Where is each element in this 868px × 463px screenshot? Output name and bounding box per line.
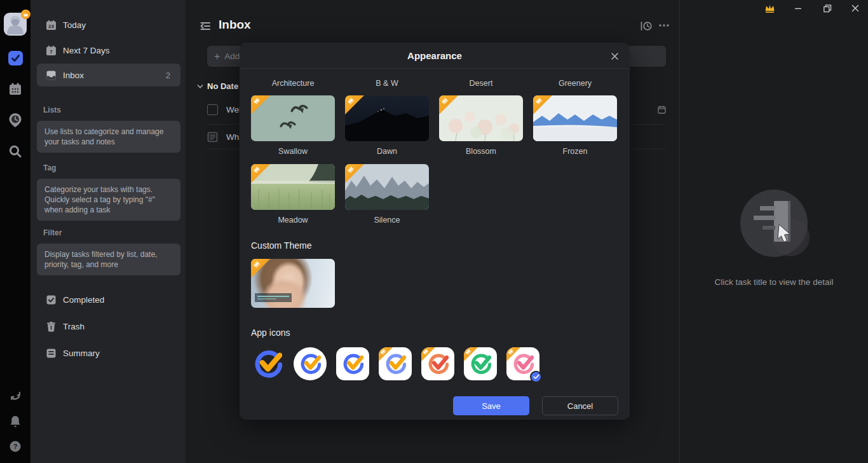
note-icon xyxy=(207,132,218,142)
tag-hint[interactable]: Categorize your tasks with tags. Quickly… xyxy=(37,179,180,221)
plus-icon: + xyxy=(214,52,220,62)
sidebar-item-label: Inbox xyxy=(63,71,84,80)
theme-name: Greenery xyxy=(533,79,617,88)
sort-icon[interactable] xyxy=(639,20,653,32)
dialog-body: Architecture B & W Desert Greenery Swall… xyxy=(240,79,630,415)
detail-hint-text: Click task title to view the detail xyxy=(680,277,868,287)
custom-theme-caption xyxy=(255,293,292,302)
chevron-down-icon xyxy=(197,84,203,89)
list-header: Inbox xyxy=(186,0,679,39)
app-icon-orange-premium[interactable] xyxy=(421,347,454,380)
inbox-icon xyxy=(46,70,57,81)
dialog-footer: Save Cancel xyxy=(251,396,618,415)
theme-thumbnail-dawn[interactable] xyxy=(345,95,429,141)
more-options-icon[interactable] xyxy=(658,21,670,30)
theme-name: B & W xyxy=(345,79,429,88)
sidebar-item-label: Completed xyxy=(63,295,104,305)
theme-name: Dawn xyxy=(345,147,429,156)
filter-hint[interactable]: Display tasks filtered by list, date, pr… xyxy=(37,244,180,275)
sidebar: 23 Today 7 Next 7 Days Inbox 2 Lists Use… xyxy=(31,0,186,463)
inbox-count-badge: 2 xyxy=(166,71,180,80)
premium-crown-badge xyxy=(251,259,270,278)
theme-dawn[interactable]: Dawn xyxy=(345,95,429,156)
svg-text:7: 7 xyxy=(50,49,53,55)
maximize-restore-button[interactable] xyxy=(821,2,834,15)
app-icon-pink-premium-selected[interactable] xyxy=(506,347,539,380)
app-icons-row xyxy=(251,346,618,382)
theme-name: Swallow xyxy=(251,147,335,156)
svg-text:?: ? xyxy=(13,443,18,450)
sidebar-item-label: Next 7 Days xyxy=(63,46,110,55)
theme-silence[interactable]: Silence xyxy=(345,164,429,225)
theme-name: Architecture xyxy=(251,79,335,88)
section-label-lists[interactable]: Lists xyxy=(31,106,186,114)
app-icon-white-square[interactable] xyxy=(336,347,369,380)
group-label: No Date xyxy=(207,81,238,91)
left-rail: ? xyxy=(0,0,31,463)
custom-theme-thumbnail[interactable] xyxy=(251,259,335,308)
dialog-header: Appearance xyxy=(240,43,630,69)
section-label-filter[interactable]: Filter xyxy=(31,228,186,237)
custom-theme-label: Custom Theme xyxy=(251,240,618,251)
theme-name: Frozen xyxy=(533,147,617,156)
empty-state-illustration xyxy=(735,186,813,265)
theme-thumbnail-meadow[interactable] xyxy=(251,164,335,210)
collapse-sidebar-icon[interactable] xyxy=(199,20,212,32)
theme-thumbnail-frozen[interactable] xyxy=(533,95,617,141)
theme-labels-partial-row: Architecture B & W Desert Greenery xyxy=(251,79,618,88)
theme-name: Meadow xyxy=(251,216,335,225)
sync-icon[interactable] xyxy=(8,388,23,403)
theme-meadow[interactable]: Meadow xyxy=(251,164,335,225)
lists-hint[interactable]: Use lists to categorize and manage your … xyxy=(37,121,180,153)
theme-thumbnail-swallow[interactable] xyxy=(251,95,335,141)
theme-thumbnail-silence[interactable] xyxy=(345,164,429,210)
theme-name: Desert xyxy=(439,79,523,88)
today-calendar-icon: 23 xyxy=(46,20,57,31)
help-icon[interactable]: ? xyxy=(8,439,23,454)
close-dialog-icon[interactable] xyxy=(608,50,621,62)
theme-name: Blossom xyxy=(439,147,523,156)
premium-crown-icon[interactable] xyxy=(763,2,776,15)
sidebar-item-next7days[interactable]: 7 Next 7 Days xyxy=(31,42,186,59)
trash-icon xyxy=(46,321,57,332)
rail-focus-icon[interactable] xyxy=(8,113,23,128)
theme-swallow[interactable]: Swallow xyxy=(251,95,335,156)
next7days-calendar-icon: 7 xyxy=(46,45,57,56)
theme-frozen[interactable]: Frozen xyxy=(533,95,617,156)
summary-icon xyxy=(46,348,57,359)
section-label-tag[interactable]: Tag xyxy=(31,163,186,172)
rail-calendar-icon[interactable] xyxy=(8,81,23,97)
theme-blossom[interactable]: Blossom xyxy=(439,95,523,156)
close-window-button[interactable] xyxy=(849,2,862,15)
svg-text:23: 23 xyxy=(48,24,54,29)
sidebar-item-today[interactable]: 23 Today xyxy=(31,17,186,33)
app-icon-light-blue-premium[interactable] xyxy=(379,347,412,380)
sidebar-item-trash[interactable]: Trash xyxy=(31,318,186,335)
notification-bell-icon[interactable] xyxy=(8,413,23,429)
sidebar-item-inbox[interactable]: Inbox 2 xyxy=(37,64,180,86)
theme-thumbnail-blossom[interactable] xyxy=(439,95,523,141)
rail-tasks-icon[interactable] xyxy=(8,50,23,66)
sidebar-item-label: Summary xyxy=(63,349,100,358)
rail-search-icon[interactable] xyxy=(8,144,23,159)
sidebar-item-summary[interactable]: Summary xyxy=(31,345,186,361)
minimize-button[interactable] xyxy=(792,2,804,15)
user-avatar[interactable] xyxy=(4,13,27,36)
theme-row: Meadow Silence xyxy=(251,164,618,225)
task-checkbox[interactable] xyxy=(207,104,218,115)
sidebar-item-label: Trash xyxy=(63,322,85,331)
save-button[interactable]: Save xyxy=(453,396,529,415)
app-icon-white-circle[interactable] xyxy=(294,347,327,380)
app-icon-logo-plain[interactable] xyxy=(251,347,284,380)
app-icon-green-premium[interactable] xyxy=(464,347,497,380)
detail-panel: Click task title to view the detail xyxy=(679,0,868,463)
dialog-title: Appearance xyxy=(240,43,630,69)
cancel-button[interactable]: Cancel xyxy=(542,396,618,415)
completed-icon xyxy=(46,294,57,305)
sidebar-item-completed[interactable]: Completed xyxy=(31,291,186,308)
selected-check-badge xyxy=(530,371,542,383)
sidebar-item-label: Today xyxy=(63,20,86,30)
group-header-no-date[interactable]: No Date xyxy=(197,81,238,91)
appearance-dialog: Appearance Architecture B & W Desert Gre… xyxy=(240,43,630,420)
theme-name: Silence xyxy=(345,216,429,225)
